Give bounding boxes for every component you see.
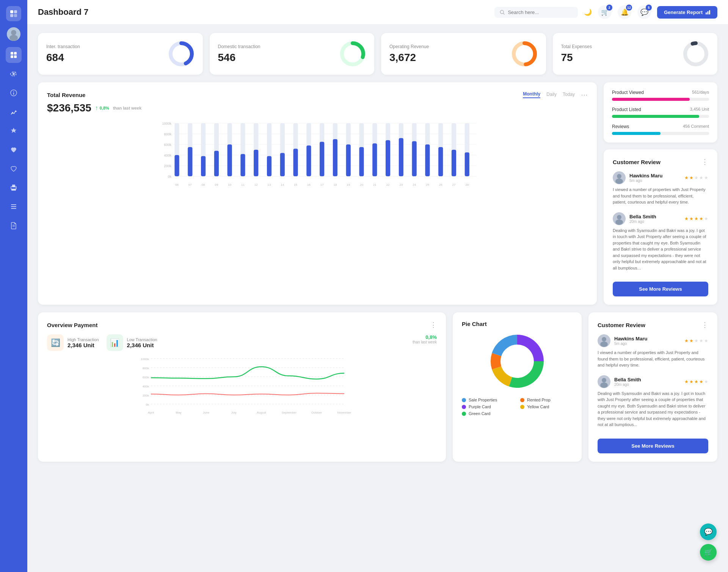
pie-legend-dot	[462, 412, 466, 416]
svg-text:12: 12	[254, 183, 258, 186]
see-more-reviews-button[interactable]: See More Reviews	[598, 439, 708, 453]
tab-today[interactable]: Today	[563, 92, 575, 98]
low-transaction-icon: 📊	[107, 334, 123, 351]
stat-card: Domestic transaction 546	[210, 33, 375, 75]
chat-button[interactable]: 💬 5	[637, 5, 651, 19]
svg-rect-61	[228, 144, 232, 176]
svg-rect-58	[214, 151, 219, 176]
see-more-reviews-button[interactable]: See More Reviews	[613, 282, 708, 296]
star-icon: ★	[689, 216, 693, 221]
sidebar-item-settings[interactable]	[6, 66, 22, 82]
star-icon: ★	[699, 216, 703, 221]
svg-text:600k: 600k	[164, 143, 171, 147]
dark-mode-icon[interactable]: 🌙	[584, 8, 592, 16]
star-icon: ★	[699, 338, 703, 343]
review-item: Hawkins Maru 5m ago ★★★★★ I viewed a num…	[598, 334, 708, 368]
star-icon: ★	[699, 379, 703, 384]
pie-chart-svg	[487, 331, 548, 392]
fab-container: 💬 🛒	[700, 523, 717, 561]
svg-rect-67	[254, 150, 258, 176]
pie-legend-label: Rented Prop	[527, 398, 551, 402]
review-item: Hawkins Maru 5m ago ★★★★★ I viewed a num…	[613, 171, 708, 205]
fab-support[interactable]: 💬	[700, 523, 717, 540]
review-name: Hawkins Maru	[629, 173, 662, 179]
review-item-header: Bella Smith 20m ago ★★★★★	[598, 375, 708, 388]
payment-more-button[interactable]: ⋮	[430, 321, 437, 329]
svg-text:April: April	[148, 411, 154, 414]
svg-text:200k: 200k	[143, 394, 149, 397]
stat-card-label: Total Expenses	[561, 44, 592, 49]
avatar[interactable]	[7, 27, 20, 41]
cart-button[interactable]: 🛒 2	[598, 5, 612, 19]
sidebar-item-document[interactable]	[6, 218, 22, 234]
tab-monthly[interactable]: Monthly	[523, 91, 540, 98]
review-time: 20m ago	[629, 219, 656, 224]
svg-text:October: October	[311, 411, 322, 414]
sidebar-item-star[interactable]	[6, 123, 22, 139]
svg-rect-64	[240, 154, 245, 176]
high-transaction-value: 2,346 Unit	[67, 342, 99, 348]
svg-text:July: July	[231, 411, 236, 414]
svg-text:28: 28	[465, 183, 469, 186]
sidebar-item-heart[interactable]	[6, 142, 22, 158]
svg-text:400k: 400k	[164, 154, 171, 157]
svg-text:800k: 800k	[143, 367, 149, 370]
review-stars: ★★★★★	[684, 216, 708, 221]
sidebar-item-print[interactable]	[6, 180, 22, 196]
svg-text:24: 24	[413, 183, 416, 186]
svg-point-121	[617, 215, 621, 219]
generate-report-button[interactable]: Generate Report	[657, 6, 717, 19]
svg-text:13: 13	[268, 183, 271, 186]
chat-badge: 5	[646, 5, 652, 11]
review-more-button[interactable]: ⋮	[701, 158, 708, 166]
svg-rect-49	[174, 155, 179, 176]
review-time: 5m ago	[614, 342, 647, 346]
review-text: I viewed a number of properties with Jus…	[613, 186, 708, 205]
svg-text:800k: 800k	[164, 132, 171, 136]
sidebar-item-analytics[interactable]	[6, 104, 22, 120]
sidebar-item-dashboard[interactable]	[6, 47, 22, 63]
svg-rect-9	[11, 55, 13, 58]
low-transaction-label: Low Transaction	[127, 337, 157, 342]
svg-text:18: 18	[334, 183, 337, 186]
chart-more-button[interactable]: ⋯	[581, 91, 588, 99]
revenue-amount: $236,535	[47, 102, 91, 114]
payment-header: Overview Payment ⋮	[47, 321, 437, 329]
svg-rect-106	[425, 144, 430, 176]
sidebar-item-list[interactable]	[6, 199, 22, 215]
svg-text:600k: 600k	[143, 376, 149, 379]
svg-rect-73	[280, 153, 285, 176]
sidebar-item-heart2[interactable]	[6, 161, 22, 177]
sidebar-logo[interactable]	[6, 6, 21, 21]
donut-chart	[339, 41, 366, 67]
mini-stats-card: Product Viewed 561/days Product Listed 3…	[604, 82, 717, 143]
svg-text:0k: 0k	[146, 403, 149, 406]
sidebar-item-info[interactable]	[6, 85, 22, 101]
header: Dashboard 7 🌙 🛒 2 🔔 12 💬 5	[27, 0, 728, 25]
review-more-button[interactable]: ⋮	[701, 321, 708, 329]
revenue-title: Total Revenue	[47, 92, 85, 98]
search-input[interactable]	[508, 9, 573, 15]
star-icon: ★	[694, 379, 698, 384]
svg-point-147	[602, 378, 606, 382]
bar-chart-area: 0k200k400k600k800k1000k06070809101112131…	[47, 119, 588, 189]
fab-cart[interactable]: 🛒	[700, 544, 717, 561]
star-icon: ★	[704, 338, 708, 343]
stat-card-info: Operating Revenue 3,672	[389, 44, 429, 64]
stat-card-value: 546	[218, 52, 260, 64]
review-name-block: Hawkins Maru 5m ago	[629, 173, 662, 183]
sidebar	[0, 0, 27, 572]
revenue-value-row: $236,535 ↑ 0,8% than last week	[47, 102, 588, 114]
line-chart: 0k200k400k600k800k1000kAprilMayJuneJulyA…	[47, 355, 437, 415]
payment-change-label: than last week	[413, 340, 437, 344]
mini-stat-header: Reviews 456 Comment	[612, 124, 709, 129]
review-avatar	[613, 212, 626, 225]
search-box[interactable]	[494, 7, 578, 18]
bell-button[interactable]: 🔔 12	[618, 5, 631, 19]
stat-cards-row: Inter. transaction 684 Domestic transact…	[38, 33, 717, 75]
review-stars: ★★★★★	[684, 379, 708, 384]
pie-legend-dot	[462, 405, 466, 409]
svg-rect-103	[412, 141, 417, 176]
star-icon: ★	[684, 338, 689, 343]
tab-daily[interactable]: Daily	[546, 92, 557, 98]
